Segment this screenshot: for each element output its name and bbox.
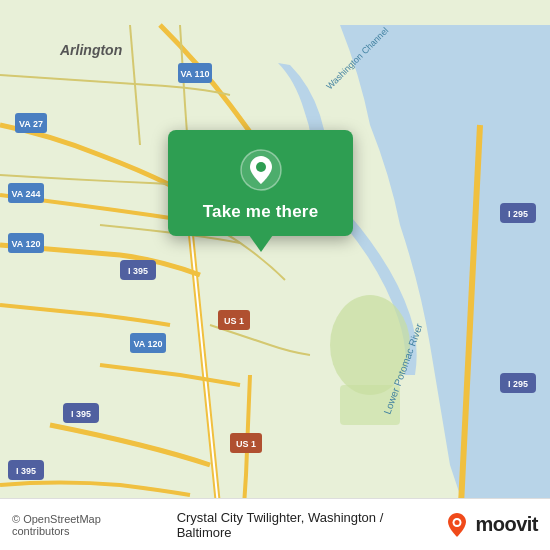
svg-point-31 bbox=[256, 162, 266, 172]
copyright-text: © OpenStreetMap contributors bbox=[12, 513, 157, 537]
svg-text:Arlington: Arlington bbox=[59, 42, 122, 58]
svg-text:US 1: US 1 bbox=[236, 439, 256, 449]
svg-text:I 295: I 295 bbox=[508, 209, 528, 219]
svg-text:I 295: I 295 bbox=[508, 379, 528, 389]
footer-bar: © OpenStreetMap contributors Crystal Cit… bbox=[0, 498, 550, 550]
moovit-logo: moovit bbox=[443, 511, 538, 539]
svg-point-32 bbox=[455, 520, 460, 525]
map-container: Arlington VA 110 VA 27 VA 120 VA 244 I 3… bbox=[0, 0, 550, 550]
moovit-pin-icon bbox=[443, 511, 471, 539]
svg-text:US 1: US 1 bbox=[224, 316, 244, 326]
popup-card[interactable]: Take me there bbox=[168, 130, 353, 236]
map-background: Arlington VA 110 VA 27 VA 120 VA 244 I 3… bbox=[0, 0, 550, 550]
svg-text:VA 120: VA 120 bbox=[133, 339, 162, 349]
moovit-text: moovit bbox=[475, 513, 538, 536]
svg-text:VA 27: VA 27 bbox=[19, 119, 43, 129]
app-title: Crystal City Twilighter, Washington / Ba… bbox=[177, 510, 434, 540]
svg-text:I 395: I 395 bbox=[16, 466, 36, 476]
svg-text:VA 120: VA 120 bbox=[11, 239, 40, 249]
svg-text:I 395: I 395 bbox=[128, 266, 148, 276]
svg-text:I 395: I 395 bbox=[71, 409, 91, 419]
location-pin-icon bbox=[239, 148, 283, 192]
take-me-there-button[interactable]: Take me there bbox=[203, 202, 319, 222]
svg-text:VA 110: VA 110 bbox=[180, 69, 209, 79]
svg-text:VA 244: VA 244 bbox=[11, 189, 40, 199]
